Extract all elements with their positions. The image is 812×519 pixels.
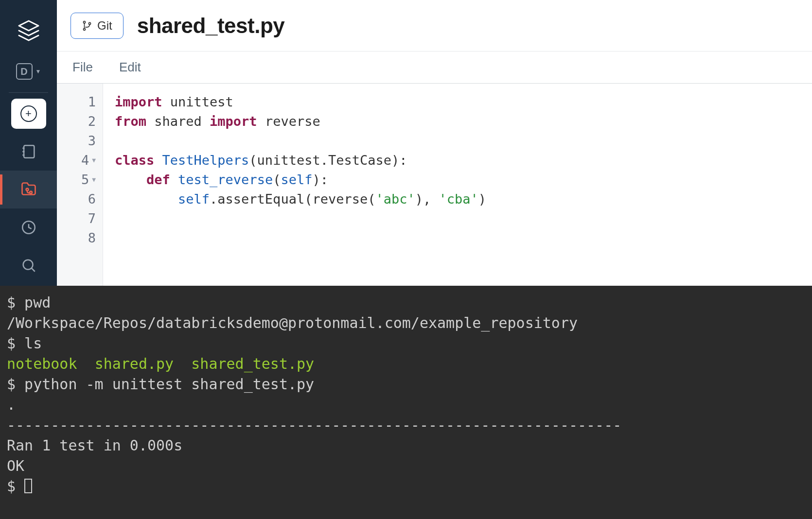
- terminal-line: .: [7, 395, 805, 415]
- svg-point-11: [83, 28, 85, 30]
- sidebar-repos[interactable]: [0, 171, 57, 208]
- main-area: Git shared_test.py File Edit 1 2 3 4▼ 5▼…: [57, 0, 812, 286]
- divider: [9, 92, 49, 93]
- terminal-line: $ pwd: [7, 293, 805, 313]
- line-number: 1: [88, 92, 96, 112]
- chevron-down-icon: ▼: [35, 68, 41, 75]
- terminal-line: $ python -m unittest shared_test.py: [7, 374, 805, 395]
- code-editor[interactable]: 1 2 3 4▼ 5▼ 6 7 8 import unittestfrom sh…: [57, 84, 812, 286]
- menu-edit[interactable]: Edit: [119, 60, 141, 75]
- code-content[interactable]: import unittestfrom shared import revers…: [103, 84, 812, 286]
- line-number: 3: [88, 131, 96, 151]
- line-number: 5: [81, 170, 89, 190]
- git-button[interactable]: Git: [71, 13, 124, 39]
- svg-point-8: [23, 260, 33, 270]
- svg-point-10: [83, 21, 85, 23]
- line-number: 8: [88, 228, 96, 248]
- line-number: 4: [81, 151, 89, 170]
- svg-point-12: [88, 22, 90, 24]
- sidebar-workspace-dropdown[interactable]: D ▼: [0, 52, 57, 90]
- git-branch-icon: [82, 19, 92, 32]
- svg-line-9: [31, 268, 35, 272]
- line-number: 7: [88, 209, 96, 228]
- editor-gutter: 1 2 3 4▼ 5▼ 6 7 8: [57, 84, 103, 286]
- line-number: 2: [88, 112, 96, 131]
- sidebar-new-button[interactable]: +: [0, 95, 57, 133]
- sidebar: D ▼ +: [0, 0, 57, 286]
- menu-file[interactable]: File: [72, 60, 93, 75]
- svg-point-6: [30, 191, 32, 194]
- terminal-line: $ ls: [7, 333, 805, 354]
- terminal-line: ----------------------------------------…: [7, 415, 805, 435]
- active-indicator: [0, 174, 2, 205]
- plus-icon: +: [20, 105, 37, 122]
- workspace-letter: D: [16, 63, 33, 80]
- terminal-line: OK: [7, 456, 805, 476]
- sidebar-recents[interactable]: [0, 208, 57, 246]
- svg-marker-0: [19, 21, 38, 31]
- line-number: 6: [88, 190, 96, 209]
- sidebar-search[interactable]: [0, 246, 57, 284]
- menubar: File Edit: [57, 52, 812, 84]
- terminal-line: /Workspace/Repos/databricksdemo@protonma…: [7, 313, 805, 333]
- fold-icon[interactable]: ▼: [92, 151, 96, 170]
- terminal-line: $: [7, 476, 805, 497]
- terminal-line: Ran 1 test in 0.000s: [7, 435, 805, 456]
- sidebar-workspace[interactable]: [0, 133, 57, 171]
- terminal-cursor: [24, 479, 32, 493]
- svg-rect-1: [24, 145, 34, 158]
- terminal[interactable]: $ pwd/Workspace/Repos/databricksdemo@pro…: [0, 286, 812, 519]
- git-button-label: Git: [97, 19, 112, 33]
- file-title: shared_test.py: [137, 14, 285, 38]
- logo-icon[interactable]: [0, 9, 57, 52]
- terminal-line: notebook shared.py shared_test.py: [7, 354, 805, 374]
- fold-icon[interactable]: ▼: [92, 170, 96, 190]
- header: Git shared_test.py: [57, 0, 812, 52]
- svg-point-5: [26, 189, 28, 191]
